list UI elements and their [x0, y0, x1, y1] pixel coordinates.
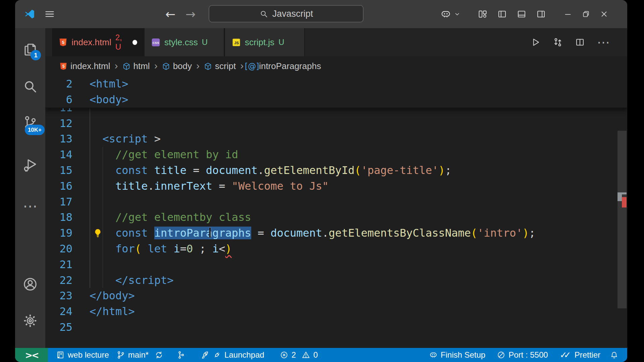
- status-finish-setup[interactable]: Finish Setup: [429, 350, 485, 360]
- breadcrumb: 5index.html›html›body›script›[@]introPar…: [45, 56, 627, 76]
- code-editor[interactable]: 111213<script >14//get element by id15co…: [45, 76, 627, 348]
- breadcrumb-item-index-html[interactable]: 5index.html: [59, 61, 110, 71]
- code-token: title: [154, 164, 193, 177]
- code-line-23[interactable]: 23</body>: [45, 288, 616, 304]
- menu-hamburger-icon[interactable]: [44, 0, 55, 28]
- copilot-menu[interactable]: [440, 8, 461, 20]
- code-line-20[interactable]: 20for( let i=0 ; i<): [45, 241, 616, 257]
- code-line-21[interactable]: 21: [45, 257, 616, 273]
- toggle-panel-button[interactable]: [517, 9, 527, 19]
- status-launchpad[interactable]: Launchpad: [200, 350, 264, 360]
- code-line-15[interactable]: 15const title = document.getElementById(…: [45, 163, 616, 178]
- status-bell[interactable]: [610, 351, 619, 359]
- back-arrow-icon[interactable]: ←: [165, 0, 175, 28]
- code-token: </body>: [90, 289, 135, 302]
- activity-badge: 10K+: [25, 125, 45, 135]
- forward-arrow-icon[interactable]: →: [185, 0, 196, 28]
- breadcrumb-label: html: [133, 61, 150, 71]
- code-line-25[interactable]: 25: [45, 319, 616, 335]
- breadcrumb-item-html[interactable]: html: [122, 61, 150, 71]
- close-button[interactable]: [600, 10, 608, 18]
- activity-source-control-button[interactable]: 10K+: [22, 115, 38, 131]
- activity-explorer-button[interactable]: 1: [22, 42, 38, 58]
- search-value: Javascript: [272, 9, 313, 19]
- tab-style-css[interactable]: CSSstyle.cssU: [144, 28, 224, 56]
- cube-icon: [122, 62, 130, 70]
- status-graph[interactable]: [177, 351, 185, 359]
- activity-search-button[interactable]: [22, 78, 38, 95]
- indent-guide: [103, 194, 103, 210]
- copilot-icon: [440, 8, 451, 20]
- code-line-22[interactable]: 22</script>: [45, 273, 616, 288]
- svg-text:5: 5: [62, 64, 65, 69]
- compare-button-icon[interactable]: [553, 37, 563, 47]
- status-port-5500[interactable]: Port : 5500: [497, 350, 548, 360]
- breadcrumb-item-body[interactable]: body: [162, 61, 192, 71]
- status-web-lecture[interactable]: web lecture: [56, 350, 109, 360]
- status-prettier[interactable]: ✓✓Prettier: [559, 350, 600, 360]
- code-line-24[interactable]: 24</html>: [45, 304, 616, 319]
- code-line-2[interactable]: 2<html>: [45, 76, 616, 92]
- breadcrumb-item-introparagraphs[interactable]: [@]introParagraphs: [248, 61, 321, 71]
- overview-mark-gray: [618, 194, 622, 201]
- code-line-18[interactable]: 18//get elementby class: [45, 209, 616, 225]
- remote-indicator[interactable]: ><: [15, 348, 48, 362]
- code-token: document: [206, 164, 258, 177]
- code-line-17[interactable]: 17: [45, 194, 616, 210]
- minimize-button[interactable]: [564, 10, 572, 18]
- html5-icon: 5: [59, 62, 67, 70]
- line-content: const introParagraphs = document.getElem…: [45, 225, 616, 241]
- code-token: =: [251, 227, 271, 239]
- code-line-16[interactable]: 16title.innerText = "Welcome to Js": [45, 178, 616, 194]
- line-content: title.innerText = "Welcome to Js": [45, 178, 616, 194]
- split-button-icon[interactable]: [575, 37, 585, 47]
- code-line-12[interactable]: 12: [45, 116, 616, 131]
- sticky-scroll: 2<html>6<body>: [45, 76, 627, 108]
- line-content: const title = document.getElementById('p…: [45, 163, 616, 178]
- code-token: .: [258, 164, 264, 177]
- code-line-13[interactable]: 13<script >: [45, 131, 616, 147]
- code-line-19[interactable]: 19const introParagraphs = document.getEl…: [45, 225, 616, 241]
- run-button-icon[interactable]: [531, 37, 541, 47]
- activity-settings-button[interactable]: [22, 313, 38, 329]
- error-icon: [280, 351, 288, 359]
- editor-scrollbar[interactable]: [618, 76, 627, 348]
- account-icon: [22, 276, 38, 292]
- code-token: introParagraphs: [154, 227, 251, 239]
- tab-bar: 5index.html2, UCSSstyle.cssUJSscript.jsU…: [45, 28, 627, 56]
- tab-index-html[interactable]: 5index.html2, U: [52, 28, 144, 56]
- tab-script-js[interactable]: JSscript.jsU: [224, 28, 305, 56]
- status-main[interactable]: main*: [116, 350, 149, 360]
- status-sync[interactable]: [155, 351, 163, 359]
- activity-more-button[interactable]: ⋯: [22, 198, 38, 214]
- breadcrumb-item-script[interactable]: script: [204, 61, 236, 71]
- activity-account-button[interactable]: [22, 276, 38, 292]
- code-token: //get element by id: [115, 148, 238, 161]
- code-token: getElementById: [264, 164, 355, 177]
- indent-guide: [90, 257, 90, 273]
- activity-run-debug-button[interactable]: [22, 157, 38, 173]
- graph-icon: [177, 351, 185, 359]
- restore-button[interactable]: [582, 10, 590, 18]
- toggle-secondary-sidebar-button[interactable]: [536, 9, 546, 19]
- scrollbar-slider[interactable]: [618, 131, 627, 308]
- code-token: (: [471, 227, 477, 239]
- vscode-window: ← → Javascript 110K+⋯: [15, 0, 627, 362]
- search-icon: [22, 78, 38, 95]
- toggle-sidebar-button[interactable]: [497, 9, 507, 19]
- code-token: innerText: [154, 180, 212, 192]
- code-line-6[interactable]: 6<body>: [45, 92, 616, 108]
- line-number: 17: [45, 194, 72, 210]
- html5-file-icon: 5: [59, 38, 67, 47]
- status-problems[interactable]: 20: [280, 350, 318, 360]
- lightbulb-icon[interactable]: [93, 228, 103, 238]
- warning-icon: [302, 351, 310, 359]
- code-line-14[interactable]: 14//get element by id: [45, 147, 616, 163]
- code-token: .: [322, 227, 329, 239]
- customize-layout-button[interactable]: [478, 9, 488, 19]
- more-icon: ⋯: [22, 198, 38, 214]
- double-check-icon: ✓✓: [559, 351, 572, 359]
- command-center-search[interactable]: Javascript: [209, 5, 364, 22]
- more-actions-button-icon[interactable]: ⋯: [597, 36, 610, 49]
- breadcrumb-label: introParagraphs: [259, 61, 321, 71]
